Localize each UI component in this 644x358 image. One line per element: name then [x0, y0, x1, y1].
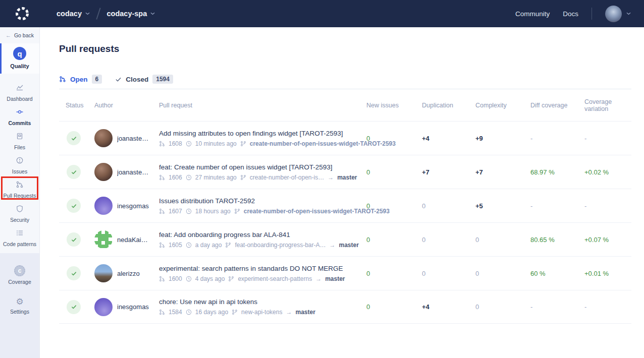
sidebar-item-files[interactable]: Files	[0, 129, 39, 153]
pull-request-icon	[59, 76, 66, 83]
column-header-complexity: Complexity	[475, 102, 530, 109]
organization-selector[interactable]: codacy	[57, 10, 90, 18]
duplication-value: 0	[422, 202, 475, 210]
status-success-icon	[67, 266, 81, 280]
avatar[interactable]	[94, 298, 113, 316]
clock-icon	[186, 141, 192, 147]
repository-name: codacy-spa	[106, 10, 147, 18]
new-issues-value: 0	[366, 202, 422, 210]
table-row[interactable]: joanaste… Add missing attributes to open…	[59, 121, 631, 155]
avatar[interactable]	[94, 197, 113, 215]
pr-title[interactable]: experimental: search patterns in standar…	[159, 265, 366, 272]
source-branch[interactable]: new-api-tokens	[241, 309, 282, 316]
table-body: joanaste… Add missing attributes to open…	[59, 121, 631, 324]
branch-icon	[240, 141, 246, 147]
column-header-new-issues: New issues	[366, 102, 422, 109]
pr-title[interactable]: Add missing attributes to open findings …	[159, 130, 366, 137]
sidebar-item-quality[interactable]: q Quality	[0, 43, 39, 74]
sidebar-item-label: Files	[14, 144, 25, 150]
source-branch[interactable]: create-number-of-open-is…	[250, 174, 324, 181]
sidebar-item-label: Settings	[10, 309, 29, 315]
diff-coverage-value: -	[530, 202, 584, 210]
column-header-author: Author	[94, 102, 159, 109]
go-back-label: Go back	[14, 32, 34, 38]
diff-coverage-value: -	[530, 303, 584, 311]
source-branch[interactable]: feat-onboarding-progress-bar-A…	[235, 242, 326, 249]
sidebar-item-label: Pull Requests	[4, 193, 36, 199]
table-row[interactable]: inesgomas Issues distribution TAROT-2592…	[59, 189, 631, 222]
sidebar-item-code-patterns[interactable]: Code patterns	[0, 226, 39, 250]
arrow-right-icon: →	[330, 242, 336, 249]
author-name: joanaste…	[117, 168, 148, 176]
avatar[interactable]	[94, 129, 113, 147]
gear-icon: ⚙	[16, 297, 23, 306]
table-row[interactable]: alerizzo experimental: search patterns i…	[59, 256, 631, 290]
coverage-variation-value: -	[584, 135, 631, 142]
avatar[interactable]	[94, 163, 113, 181]
pull-request-icon	[159, 276, 165, 282]
sidebar-item-settings[interactable]: ⚙ Settings	[0, 290, 39, 322]
pr-title[interactable]: feat: Create number of open issues widge…	[159, 163, 366, 171]
pull-request-icon	[159, 208, 165, 214]
complexity-value: 0	[475, 303, 530, 311]
sidebar-item-coverage[interactable]: c Coverage	[0, 259, 39, 290]
issues-icon	[16, 156, 24, 166]
source-branch[interactable]: experiment-search-patterns	[238, 275, 312, 282]
branch-icon	[234, 208, 240, 214]
duplication-value: 0	[422, 270, 475, 277]
sidebar-item-label: Commits	[9, 120, 31, 126]
organization-name: codacy	[57, 10, 82, 18]
codacy-logo-icon[interactable]	[14, 6, 30, 22]
chevron-down-icon	[150, 12, 155, 15]
pr-title[interactable]: Issues distribution TAROT-2592	[159, 197, 366, 205]
table-row[interactable]: nedaKai… feat: Add onboarding progress b…	[59, 222, 631, 256]
docs-link[interactable]: Docs	[563, 10, 578, 18]
pr-title[interactable]: chore: Use new api in api tokens	[159, 298, 366, 306]
sidebar-item-commits[interactable]: Commits	[0, 105, 39, 129]
pr-number: 1584	[169, 309, 182, 316]
clock-icon	[186, 174, 192, 181]
arrow-left-icon: ←	[6, 32, 11, 38]
complexity-value: +9	[475, 135, 530, 142]
table-row[interactable]: inesgomas chore: Use new api in api toke…	[59, 290, 631, 324]
clock-icon	[186, 276, 192, 282]
duplication-value: 0	[422, 236, 475, 244]
new-issues-value: 0	[366, 135, 422, 142]
repository-selector[interactable]: codacy-spa	[106, 10, 155, 18]
complexity-value: 0	[475, 270, 530, 277]
avatar[interactable]	[94, 230, 113, 249]
arrow-right-icon: →	[328, 174, 334, 181]
coverage-variation-value: +0.01 %	[584, 270, 631, 277]
pr-age: 4 days ago	[195, 275, 225, 282]
user-menu[interactable]	[605, 6, 631, 22]
sidebar-item-security[interactable]: Security	[0, 202, 39, 226]
community-link[interactable]: Community	[515, 10, 550, 18]
go-back-button[interactable]: ← Go back	[0, 27, 39, 43]
sidebar-item-label: Coverage	[8, 279, 31, 285]
pull-request-icon	[159, 141, 165, 147]
chevron-down-icon	[626, 12, 631, 15]
tab-closed[interactable]: Closed 1594	[115, 75, 173, 84]
column-header-diff-coverage: Diff coverage	[530, 102, 584, 109]
table-row[interactable]: joanaste… feat: Create number of open is…	[59, 155, 631, 189]
sidebar-item-pull-requests[interactable]: Pull Requests	[0, 177, 39, 202]
tab-open[interactable]: Open 6	[59, 75, 102, 84]
avatar[interactable]	[94, 264, 113, 282]
status-success-icon	[67, 300, 81, 314]
sidebar-item-dashboard[interactable]: Dashboard	[0, 81, 39, 105]
arrow-right-icon: →	[286, 309, 292, 316]
pr-title[interactable]: feat: Add onboarding progress bar ALA-84…	[159, 231, 366, 238]
sidebar: ← Go back q Quality Dashboard Commits Fi…	[0, 27, 40, 358]
branch-icon	[232, 309, 238, 315]
new-issues-value: 0	[366, 303, 422, 311]
clock-icon	[186, 242, 192, 248]
status-success-icon	[67, 232, 81, 247]
coverage-variation-value: -	[584, 202, 631, 210]
user-avatar[interactable]	[605, 6, 622, 22]
sidebar-item-label: Security	[10, 217, 29, 223]
chevron-down-icon	[85, 12, 90, 15]
sidebar-item-issues[interactable]: Issues	[0, 153, 39, 177]
pr-age: 27 minutes ago	[195, 174, 237, 181]
arrow-right-icon: →	[315, 275, 321, 282]
complexity-value: +7	[475, 168, 530, 176]
